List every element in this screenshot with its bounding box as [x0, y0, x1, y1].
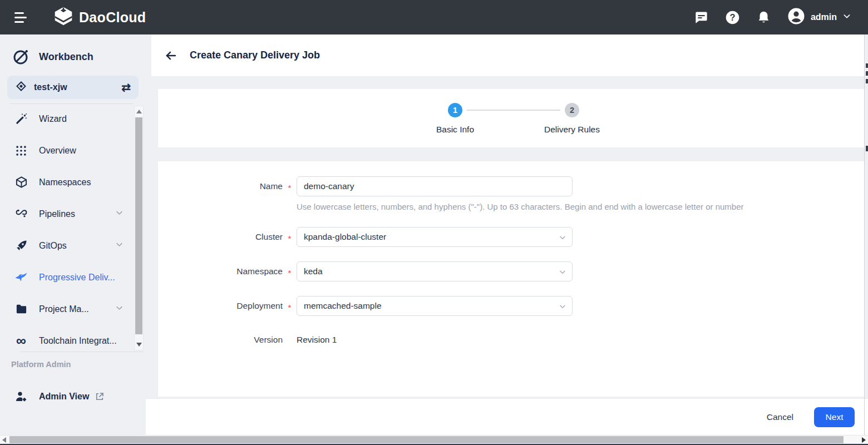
namespace-row: Namespace * keda — [158, 261, 864, 281]
sidebar-scrollbar-thumb[interactable] — [135, 117, 142, 334]
version-row: Version Revision 1 — [158, 335, 864, 345]
sidebar-item-label: Pipelines — [39, 209, 75, 219]
name-hint-row: Use lowercase letters, numbers, and hyph… — [158, 196, 864, 211]
cluster-select[interactable]: kpanda-global-cluster — [297, 227, 573, 247]
page-title: Create Canary Delivery Job — [190, 50, 320, 61]
deployment-select-value: memcached-sample — [304, 301, 382, 311]
divider — [864, 34, 865, 435]
namespace-label: Namespace — [158, 266, 283, 276]
sidebar-item-label: Project Ma... — [39, 304, 89, 314]
user-menu[interactable]: admin — [787, 7, 851, 27]
chevron-down-icon — [559, 268, 566, 278]
name-hint: Use lowercase letters, numbers, and hyph… — [297, 202, 744, 211]
sidebar-item-project-management[interactable]: Project Ma... — [0, 293, 134, 325]
deployment-row: Deployment * memcached-sample — [158, 296, 864, 316]
divider — [20, 352, 144, 352]
sidebar-item-overview[interactable]: Overview — [0, 135, 134, 166]
scroll-down-arrow-icon[interactable] — [136, 343, 142, 347]
sidebar-item-admin-view[interactable]: Admin View — [0, 384, 148, 409]
sidebar-item-label: Overview — [39, 146, 76, 156]
workbench-label: Workbench — [39, 51, 93, 63]
workspace-selector[interactable]: test-xjw ⇄ — [7, 76, 139, 99]
chevron-down-icon — [115, 209, 124, 219]
toolchain-infinity-icon: ∞ — [14, 334, 28, 348]
form-footer: Cancel Next — [146, 398, 868, 435]
deployment-select[interactable]: memcached-sample — [297, 296, 573, 316]
chevron-down-icon — [559, 303, 566, 313]
sidebar-scrollbar[interactable] — [134, 106, 144, 350]
sidebar-nav: Wizard Overview — [0, 103, 134, 357]
chevron-down-icon — [559, 234, 566, 244]
workbench-icon — [12, 48, 30, 66]
workspace-name: test-xjw — [34, 82, 67, 92]
name-row: Name * — [158, 176, 864, 196]
main-content: Create Canary Delivery Job 1 2 Basic Inf… — [146, 34, 868, 435]
namespace-select[interactable]: keda — [297, 261, 573, 281]
deployment-label: Deployment — [158, 301, 283, 311]
messages-icon[interactable] — [694, 9, 709, 25]
chevron-down-icon — [115, 304, 124, 314]
step-1-indicator: 1 — [448, 103, 462, 117]
cluster-row: Cluster * kpanda-global-cluster — [158, 227, 864, 247]
gitops-rocket-icon — [14, 239, 28, 253]
scroll-left-arrow-icon[interactable] — [2, 437, 6, 443]
clipped-content-mark — [866, 71, 868, 76]
cluster-label: Cluster — [158, 232, 283, 242]
required-marker: * — [283, 231, 297, 243]
notifications-bell-icon[interactable] — [756, 9, 772, 25]
top-header-bar: DaoCloud ? — [0, 0, 868, 34]
sidebar-item-workbench[interactable]: Workbench — [0, 34, 146, 76]
stepper: 1 2 Basic Info Delivery Rules — [158, 89, 864, 147]
name-input[interactable] — [297, 176, 573, 196]
project-folder-icon — [14, 303, 28, 316]
platform-admin-section-label: Platform Admin — [11, 360, 71, 369]
required-marker: * — [283, 266, 297, 278]
chevron-down-icon — [115, 240, 124, 251]
sidebar-item-label: Namespaces — [39, 177, 91, 187]
scroll-up-arrow-icon[interactable] — [136, 110, 142, 113]
progressive-delivery-bird-icon — [14, 271, 28, 284]
daocloud-logo-icon — [53, 6, 73, 28]
username: admin — [811, 12, 837, 22]
workspace-icon — [15, 80, 27, 95]
page-header: Create Canary Delivery Job — [151, 34, 864, 76]
next-button[interactable]: Next — [814, 407, 855, 427]
menu-icon[interactable] — [14, 12, 29, 23]
name-label: Name — [158, 181, 283, 191]
sidebar-item-label: Progressive Deliv... — [39, 273, 115, 283]
scroll-right-arrow-icon[interactable] — [862, 437, 866, 443]
clipped-content-mark — [866, 146, 868, 151]
sidebar-item-progressive-delivery[interactable]: Progressive Deliv... — [0, 261, 134, 293]
cancel-button[interactable]: Cancel — [763, 412, 797, 423]
sidebar-item-wizard[interactable]: Wizard — [0, 103, 134, 135]
sidebar-item-namespaces[interactable]: Namespaces — [0, 166, 134, 198]
wizard-icon — [14, 112, 28, 126]
step-1-label: Basic Info — [411, 125, 500, 135]
svg-text:?: ? — [730, 12, 736, 22]
step-connector — [467, 110, 560, 111]
admin-view-icon — [14, 390, 28, 403]
namespace-select-value: keda — [304, 266, 323, 276]
help-icon[interactable]: ? — [725, 9, 741, 25]
sidebar-item-pipelines[interactable]: Pipelines — [0, 198, 134, 230]
horizontal-scrollbar-thumb[interactable] — [9, 436, 844, 443]
back-arrow-icon[interactable] — [164, 49, 177, 62]
horizontal-scrollbar[interactable] — [0, 435, 868, 444]
step-2-label: Delivery Rules — [527, 125, 617, 135]
sidebar: Workbench test-xjw ⇄ — [0, 34, 146, 435]
version-value: Revision 1 — [297, 335, 337, 345]
brand-name: DaoCloud — [79, 9, 146, 26]
admin-view-label: Admin View — [39, 392, 89, 402]
step-2-indicator: 2 — [565, 103, 579, 117]
cluster-select-value: kpanda-global-cluster — [304, 232, 386, 242]
required-marker: * — [283, 300, 297, 312]
clipped-content-mark — [866, 63, 868, 68]
sidebar-item-label: Wizard — [39, 114, 67, 124]
switch-workspace-icon[interactable]: ⇄ — [121, 82, 131, 93]
brand[interactable]: DaoCloud — [53, 6, 146, 28]
basic-info-form: Name * Use lowercase letters, numbers, a… — [158, 161, 864, 397]
user-chevron-down-icon — [842, 12, 851, 23]
version-label: Version — [158, 335, 283, 345]
overview-icon — [14, 144, 28, 157]
sidebar-item-gitops[interactable]: GitOps — [0, 230, 134, 261]
